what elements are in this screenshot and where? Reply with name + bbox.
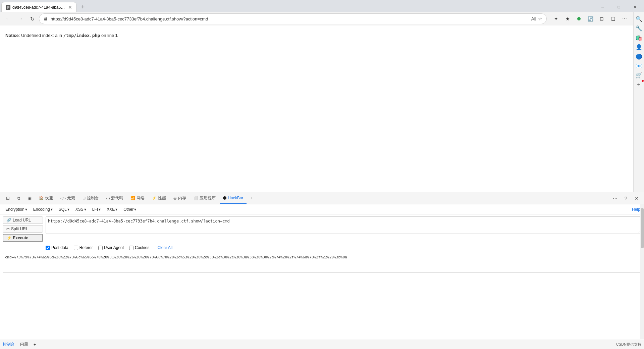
maximize-button[interactable]: □: [611, 2, 627, 12]
page-content-area: Notice: Undefined index: a in /tmp/index…: [0, 26, 633, 192]
hackbar-dot-icon: [223, 196, 226, 200]
execute-label: ⚡ Execute: [7, 236, 28, 240]
window-controls: ─ □ ✕: [595, 2, 643, 12]
post-data-textarea[interactable]: cmd=%73%79%73%74%65%6d%28%22%73%6c%65%65…: [3, 253, 641, 273]
referer-checkbox-label[interactable]: Referer: [74, 245, 93, 250]
tab-elements[interactable]: </> 元素: [57, 192, 78, 204]
tab-home[interactable]: 🏠 欢迎: [36, 192, 56, 204]
devtools-close-button[interactable]: ✕: [632, 194, 641, 203]
tab-performance[interactable]: ⚡ 性能: [149, 192, 169, 204]
hackbar-scrollbar[interactable]: [640, 204, 644, 339]
ext-search[interactable]: 🔍: [635, 15, 643, 23]
devtools-help-button[interactable]: ?: [621, 194, 631, 203]
user-agent-checkbox-label[interactable]: User Agent: [98, 245, 124, 250]
split-url-icon: ✂: [6, 227, 10, 231]
star-icon[interactable]: ☆: [538, 16, 542, 21]
add-extension-button[interactable]: +: [635, 81, 643, 89]
memory-icon: ◎: [173, 196, 177, 200]
tab-memory-label: 内存: [178, 195, 186, 201]
forward-button[interactable]: →: [15, 13, 25, 24]
address-icons: A⃝ ☆: [531, 16, 542, 21]
lfi-chevron: ▾: [99, 207, 101, 212]
menu-encoding[interactable]: Encoding ▾: [31, 206, 55, 213]
menu-xxe[interactable]: XXE ▾: [104, 206, 120, 213]
status-add[interactable]: +: [34, 342, 36, 347]
cookies-checkbox[interactable]: [129, 246, 133, 250]
menu-encryption[interactable]: Encryption ▾: [3, 206, 30, 213]
status-console[interactable]: 控制台: [3, 342, 15, 347]
menu-encryption-label: Encryption: [5, 207, 24, 212]
user-agent-checkbox[interactable]: [98, 246, 103, 250]
minimize-button[interactable]: ─: [595, 2, 610, 12]
collections-icon[interactable]: [574, 13, 584, 24]
menu-lfi[interactable]: LFI ▾: [90, 206, 103, 213]
load-url-button[interactable]: 🔗 Load URL: [3, 216, 43, 224]
svg-rect-3: [7, 8, 8, 9]
tab-hackbar[interactable]: HackBar: [220, 192, 247, 204]
performance-icon: ⚡: [152, 196, 157, 200]
clear-all-button[interactable]: Clear All: [157, 245, 172, 250]
tab-application-label: 应用程序: [200, 195, 216, 201]
close-button[interactable]: ✕: [627, 2, 643, 12]
post-data-checkbox-label[interactable]: Post data: [46, 245, 68, 250]
sources-icon: { }: [106, 196, 110, 200]
tab-console[interactable]: ⊞ 控制台: [79, 192, 102, 204]
sidebar-icon[interactable]: ❑: [608, 13, 619, 24]
copy-small-icon: ⧉: [17, 196, 20, 201]
ext-1[interactable]: 🔧: [635, 24, 643, 32]
ext-2[interactable]: 🛍️: [635, 34, 643, 42]
php-notice: Notice: Undefined index: a in /tmp/index…: [5, 32, 628, 39]
devtools-copy-icon[interactable]: ⧉: [14, 192, 23, 204]
elements-icon: </>: [60, 196, 66, 200]
browser-essentials-icon[interactable]: 🔄: [585, 13, 596, 24]
ext-5[interactable]: 📧: [635, 62, 643, 70]
favorites-icon[interactable]: ★: [562, 13, 573, 24]
copilot-icon[interactable]: ✦: [551, 13, 561, 24]
ext-3[interactable]: 👤: [635, 43, 643, 51]
settings-icon[interactable]: ⋯: [619, 13, 630, 24]
devtools-tab-bar: ⊡ ⧉ ▣ 🏠 欢迎 </> 元素 ⊞ 控制台 { } 源代码 📶 网络 ⚡: [0, 192, 644, 204]
back-button[interactable]: ←: [3, 13, 13, 24]
extensions-bar: 🔍 🔧 🛍️ 👤 🔵 📧 🛒 +: [633, 12, 644, 192]
devtools-layout-icon[interactable]: ▣: [24, 192, 35, 204]
devtools-console-icon[interactable]: ⊡: [3, 192, 13, 204]
network-icon: 📶: [130, 196, 135, 200]
address-bar[interactable]: https://d9d45ce8-adc7-41a4-8ba5-cec7733e…: [39, 13, 547, 24]
browser-tab[interactable]: d9d45ce8-adc7-41a4-8ba5-cec7... ✕: [1, 2, 76, 12]
menu-other[interactable]: Other ▾: [121, 206, 139, 213]
ext-4[interactable]: 🔵: [635, 52, 643, 60]
console-small-icon: ⊡: [6, 196, 10, 201]
menu-xss[interactable]: XSS ▾: [73, 206, 89, 213]
tab-add[interactable]: +: [247, 192, 256, 204]
cookies-checkbox-label[interactable]: Cookies: [129, 245, 149, 250]
menu-sql[interactable]: SQL ▾: [56, 206, 72, 213]
menu-lfi-label: LFI: [92, 207, 98, 212]
tab-close-button[interactable]: ✕: [68, 5, 72, 10]
tab-application[interactable]: ⬜ 应用程序: [190, 192, 219, 204]
notice-message: : Undefined index: a in: [19, 33, 63, 38]
split-url-label: Split URL: [11, 227, 28, 231]
tab-console-label: 控制台: [87, 195, 99, 201]
menu-sql-label: SQL: [59, 207, 67, 212]
split-url-button[interactable]: ✂ Split URL: [3, 225, 43, 233]
referer-label: Referer: [79, 245, 93, 250]
hackbar-scroll-thumb[interactable]: [641, 208, 644, 248]
tab-sources[interactable]: { } 源代码: [103, 192, 126, 204]
translate-icon[interactable]: A⃝: [531, 16, 536, 21]
execute-button[interactable]: ⚡ Execute: [3, 234, 43, 242]
tab-memory[interactable]: ◎ 内存: [170, 192, 190, 204]
tab-hackbar-label: HackBar: [228, 196, 243, 200]
url-textarea[interactable]: [46, 216, 641, 234]
new-tab-button[interactable]: +: [78, 2, 88, 12]
referer-checkbox[interactable]: [74, 246, 78, 250]
user-agent-label: User Agent: [104, 245, 124, 250]
ext-6[interactable]: 🛒: [635, 71, 643, 79]
devtools-more-button[interactable]: ⋯: [610, 194, 620, 203]
xxe-chevron: ▾: [115, 207, 117, 212]
tab-network[interactable]: 📶 网络: [127, 192, 148, 204]
post-data-checkbox[interactable]: [46, 246, 50, 250]
refresh-button[interactable]: ↻: [27, 13, 38, 24]
split-screen-icon[interactable]: ⊟: [596, 13, 607, 24]
other-chevron: ▾: [134, 207, 136, 212]
status-issues[interactable]: 问题: [20, 342, 28, 347]
